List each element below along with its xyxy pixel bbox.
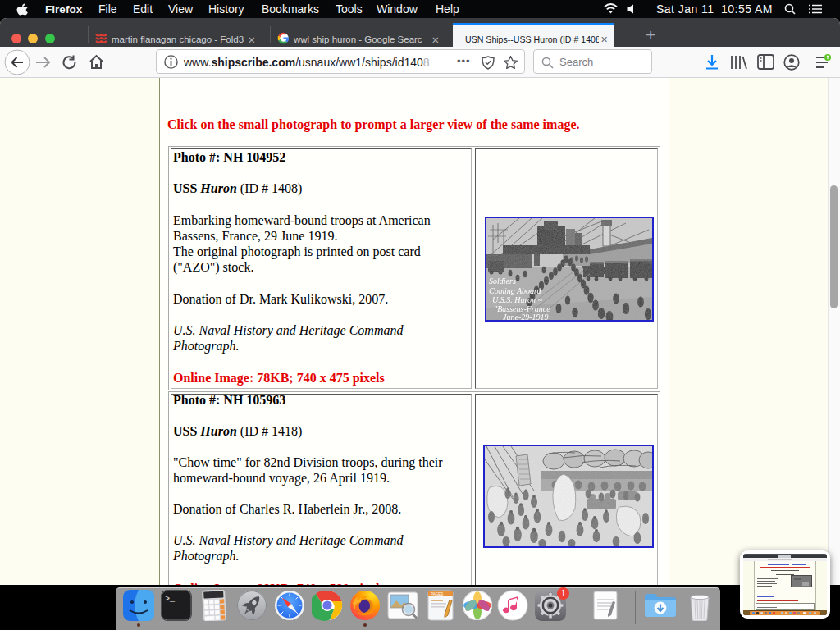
svg-text:PAGES: PAGES <box>431 592 443 596</box>
svg-text:Coming Aboard: Coming Aboard <box>489 286 542 295</box>
svg-text:>_: >_ <box>165 595 176 604</box>
svg-text:June-29-1919: June-29-1919 <box>503 313 549 320</box>
svg-text:Soldiers: Soldiers <box>489 276 516 285</box>
svg-text:U.S.S. Huron ~: U.S.S. Huron ~ <box>492 295 542 304</box>
